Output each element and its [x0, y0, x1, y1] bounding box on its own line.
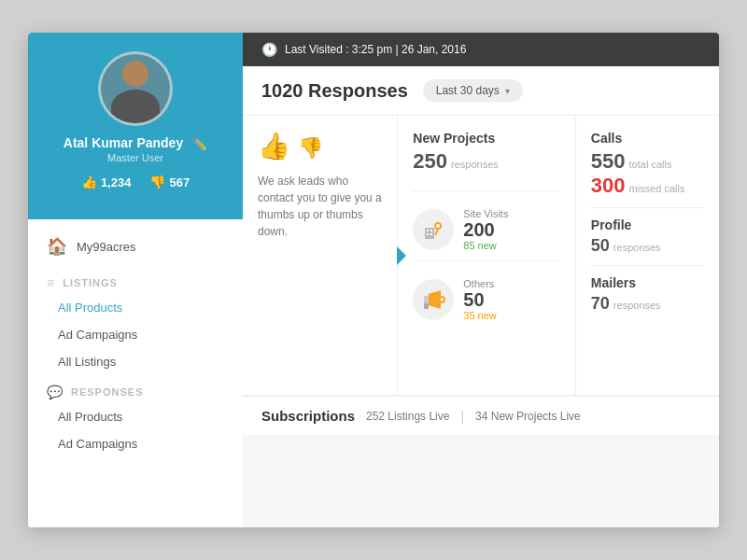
site-visits-row: Site Visits 200 85 new: [413, 208, 560, 251]
others-icon: [413, 279, 454, 320]
likes-stat: 👍 1,234: [81, 175, 132, 189]
svg-point-7: [436, 224, 440, 228]
card-arrow-right: [397, 246, 406, 265]
nav-ad-campaigns-responses[interactable]: Ad Campaigns: [28, 430, 243, 457]
home-icon: 🏠: [47, 236, 67, 257]
thumb-down-big-icon: 👎: [298, 136, 323, 167]
thumbs-icons: 👍 👎: [258, 131, 382, 161]
likes-count: 1,234: [101, 175, 132, 189]
listings-section-label: ≡ LISTINGS: [28, 266, 243, 294]
site-visits-count: 200: [463, 219, 508, 240]
visit-time: 3:25 pm: [352, 43, 392, 56]
new-projects-card: New Projects 250 responses: [398, 116, 576, 395]
others-label: Others: [463, 278, 496, 289]
mailers-count: 70: [591, 294, 610, 314]
thumbs-card: 👍 👎 We ask leads who contact you to give…: [243, 116, 398, 395]
profile-arrow: [117, 204, 154, 219]
nav-all-products-responses[interactable]: All Products: [28, 403, 243, 430]
home-label: My99acres: [77, 240, 136, 254]
avatar: [98, 51, 173, 126]
new-projects-sub: responses: [451, 159, 499, 170]
avatar-head: [122, 61, 148, 87]
site-visits-info: Site Visits 200 85 new: [463, 208, 508, 251]
nav-all-products-listings[interactable]: All Products: [28, 294, 243, 321]
app-container: Atal Kumar Pandey ✏️ Master User 👍 1,234…: [28, 33, 719, 527]
date-filter-button[interactable]: Last 30 days ▾: [423, 79, 523, 102]
listings-live-badge: 252 Listings Live: [366, 410, 449, 423]
svg-rect-11: [424, 303, 429, 309]
listings-section-text: LISTINGS: [63, 277, 118, 288]
responses-count: 1020 Responses: [261, 80, 408, 102]
svg-rect-4: [427, 233, 429, 235]
nav-all-listings[interactable]: All Listings: [28, 348, 243, 375]
site-visits-new: 85 new: [463, 240, 508, 251]
nav-home[interactable]: 🏠 My99acres: [28, 227, 243, 266]
calls-title: Calls: [591, 131, 704, 146]
thumbs-down-icon: 👎: [149, 175, 165, 189]
thumb-up-big-icon: 👍: [258, 131, 290, 161]
svg-rect-3: [430, 230, 432, 231]
chevron-down-icon: ▾: [505, 86, 510, 96]
avatar-silhouette: [101, 51, 170, 126]
site-visits-icon: [413, 209, 454, 250]
dislikes-count: 567: [169, 175, 190, 189]
sub-divider: |: [460, 409, 464, 424]
subscriptions-row: Subscriptions 252 Listings Live | 34 New…: [243, 396, 719, 435]
profile-stats: 👍 1,234 👎 567: [81, 175, 190, 189]
profile-count: 50: [591, 236, 610, 256]
new-projects-count: 250: [413, 149, 447, 174]
profile-sub: responses: [613, 242, 661, 253]
listings-section-icon: ≡: [47, 275, 55, 290]
responses-section-text: RESPONSES: [71, 386, 143, 398]
profile-role: Master User: [107, 152, 163, 163]
new-projects-title: New Projects: [413, 131, 560, 146]
thumbs-description: We ask leads who contact you to give you…: [258, 173, 382, 240]
top-bar: 🕐 Last Visited : 3:25 pm | 26 Jan, 2016: [243, 33, 719, 66]
profile-name: Atal Kumar Pandey: [63, 135, 183, 150]
others-row: Others 50 35 new: [413, 278, 560, 321]
avatar-body: [111, 90, 160, 125]
others-new: 35 new: [463, 310, 496, 321]
calls-total-label: total calls: [629, 159, 672, 170]
responses-section-icon: 💬: [47, 385, 63, 399]
others-count: 50: [463, 289, 496, 310]
visit-date: 26 Jan, 2016: [402, 43, 466, 56]
calls-missed-label: missed calls: [629, 183, 685, 194]
edit-icon[interactable]: ✏️: [192, 137, 207, 151]
separator: |: [396, 43, 399, 56]
svg-rect-5: [430, 233, 432, 235]
calls-card: Calls 550 total calls 300 missed calls P…: [576, 116, 719, 395]
clock-icon: 🕐: [261, 42, 277, 57]
svg-marker-9: [424, 296, 429, 303]
dislikes-stat: 👎 567: [149, 175, 190, 189]
sidebar-nav: 🏠 My99acres ≡ LISTINGS All Products Ad C…: [28, 219, 243, 527]
thumbs-up-icon: 👍: [81, 175, 97, 189]
others-info: Others 50 35 new: [463, 278, 496, 321]
site-visits-label: Site Visits: [463, 208, 508, 219]
svg-rect-2: [427, 230, 429, 231]
mailers-title: Mailers: [591, 275, 704, 290]
header-row: 1020 Responses Last 30 days ▾: [243, 66, 719, 116]
main-content: 🕐 Last Visited : 3:25 pm | 26 Jan, 2016 …: [243, 33, 719, 527]
nav-ad-campaigns-listings[interactable]: Ad Campaigns: [28, 321, 243, 348]
calls-missed: 300: [591, 174, 626, 198]
sidebar: Atal Kumar Pandey ✏️ Master User 👍 1,234…: [28, 33, 243, 527]
subscriptions-title: Subscriptions: [261, 408, 355, 424]
date-filter-label: Last 30 days: [436, 84, 500, 97]
profile-title: Profile: [591, 217, 704, 232]
last-visited-label: Last Visited :: [285, 43, 348, 56]
profile-arrow-container: [28, 204, 243, 219]
mailers-sub: responses: [613, 300, 661, 311]
responses-section-label: 💬 RESPONSES: [28, 375, 243, 403]
sidebar-profile: Atal Kumar Pandey ✏️ Master User 👍 1,234…: [28, 33, 243, 204]
calls-total: 550: [591, 149, 626, 174]
top-bar-text: Last Visited : 3:25 pm | 26 Jan, 2016: [285, 43, 466, 56]
svg-rect-1: [425, 228, 434, 239]
new-projects-live-badge: 34 New Projects Live: [475, 410, 581, 423]
cards-row: 👍 👎 We ask leads who contact you to give…: [243, 116, 719, 396]
